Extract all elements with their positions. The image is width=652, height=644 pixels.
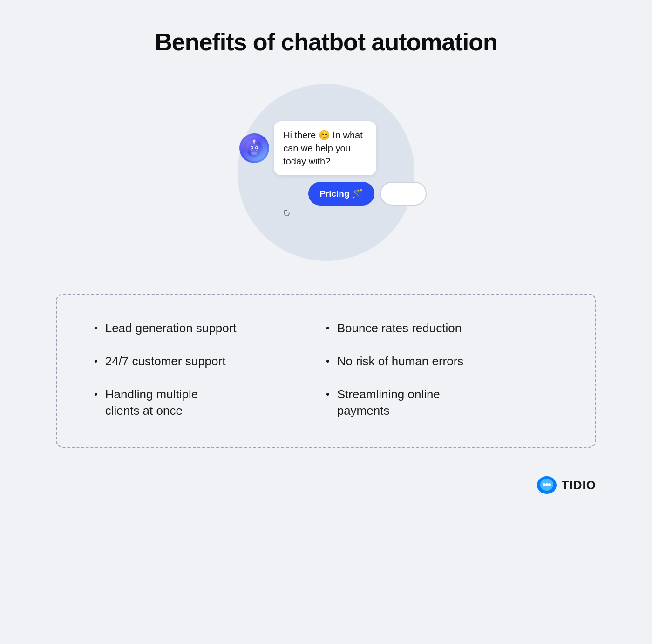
- benefits-right-column: • Bounce rates reduction • No risk of hu…: [326, 320, 558, 419]
- chat-bubble: Hi there 😊 In what can we help you today…: [274, 121, 376, 175]
- chat-illustration: Hi there 😊 In what can we help you today…: [238, 84, 414, 261]
- page-title: Benefits of chatbot automation: [155, 28, 497, 56]
- list-item: • Handling multipleclients at once: [94, 386, 326, 419]
- bullet-icon: •: [326, 354, 330, 369]
- chat-buttons-area: Pricing 🪄 ☞: [274, 182, 427, 219]
- benefits-left-column: • Lead generation support • 24/7 custome…: [94, 320, 326, 419]
- benefit-text: No risk of human errors: [337, 353, 464, 370]
- svg-point-13: [548, 483, 551, 486]
- chat-circle-bg: Hi there 😊 In what can we help you today…: [238, 84, 414, 261]
- list-item: • Bounce rates reduction: [326, 320, 558, 336]
- bullet-icon: •: [94, 354, 98, 369]
- cursor-icon: ☞: [283, 206, 293, 219]
- svg-rect-8: [251, 152, 257, 155]
- list-item: • Lead generation support: [94, 320, 326, 336]
- tidio-brand-name: TIDIO: [562, 478, 596, 493]
- bullet-icon: •: [326, 387, 330, 402]
- tidio-logo-icon: [537, 476, 557, 494]
- tidio-brand: TIDIO: [537, 457, 596, 494]
- bullet-icon: •: [94, 387, 98, 402]
- svg-point-11: [543, 483, 545, 486]
- chat-bubble-text: Hi there 😊 In what can we help you today…: [283, 130, 363, 166]
- svg-point-7: [256, 147, 258, 148]
- empty-button[interactable]: [380, 182, 427, 206]
- pricing-button[interactable]: Pricing 🪄: [308, 182, 374, 206]
- svg-point-2: [253, 139, 256, 142]
- bot-avatar: [239, 133, 269, 163]
- bot-avatar-inner: [241, 135, 267, 161]
- benefit-text: Bounce rates reduction: [337, 320, 462, 336]
- benefits-box: • Lead generation support • 24/7 custome…: [56, 294, 596, 448]
- chat-content: Hi there 😊 In what can we help you today…: [239, 121, 427, 219]
- benefit-text: Lead generation support: [105, 320, 237, 336]
- bullet-icon: •: [326, 321, 330, 336]
- list-item: • 24/7 customer support: [94, 353, 326, 370]
- benefit-text: Handling multipleclients at once: [105, 386, 198, 419]
- benefit-text: 24/7 customer support: [105, 353, 226, 370]
- list-item: • No risk of human errors: [326, 353, 558, 370]
- chat-message-row: Hi there 😊 In what can we help you today…: [239, 121, 376, 175]
- connector-line: [326, 261, 326, 294]
- bullet-icon: •: [94, 321, 98, 336]
- benefit-text: Streamlining onlinepayments: [337, 386, 440, 419]
- list-item: • Streamlining onlinepayments: [326, 386, 558, 419]
- svg-point-6: [251, 147, 253, 148]
- bottom-row: TIDIO: [37, 457, 615, 494]
- chat-buttons-row: Pricing 🪄: [308, 182, 427, 206]
- svg-point-12: [545, 483, 548, 486]
